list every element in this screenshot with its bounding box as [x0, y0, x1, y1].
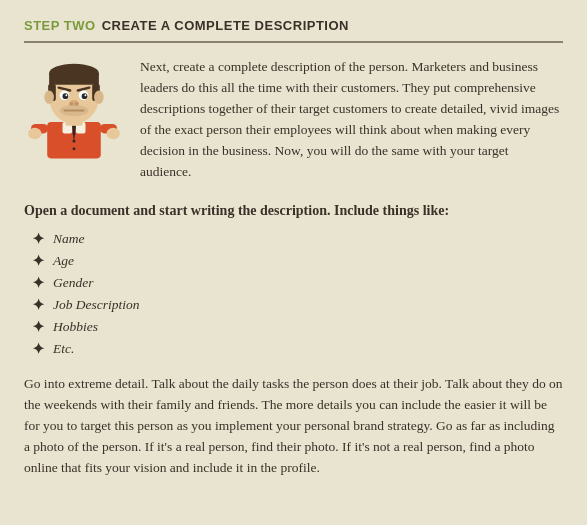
svg-point-24 — [60, 105, 89, 116]
svg-point-28 — [107, 128, 120, 139]
closing-text: Go into extreme detail. Talk about the d… — [24, 374, 563, 479]
list-item-label: Name — [53, 231, 85, 247]
svg-point-29 — [73, 132, 76, 135]
intro-section: Next, create a complete description of t… — [24, 57, 563, 183]
character-illustration — [24, 57, 124, 167]
bullet-icon: ✦ — [32, 318, 45, 336]
list-item: ✦ Name — [32, 230, 563, 248]
step-label: STEP TWO — [24, 18, 96, 33]
step-title: CREATE A COMPLETE DESCRIPTION — [102, 18, 349, 33]
bullet-icon: ✦ — [32, 230, 45, 248]
list-item: ✦ Gender — [32, 274, 563, 292]
list-item: ✦ Job Description — [32, 296, 563, 314]
list-item: ✦ Age — [32, 252, 563, 270]
list-item-label: Hobbies — [53, 319, 98, 335]
svg-point-17 — [82, 93, 88, 99]
svg-point-18 — [65, 94, 67, 96]
svg-point-30 — [73, 140, 76, 143]
svg-point-27 — [28, 128, 41, 139]
list-item: ✦ Hobbies — [32, 318, 563, 336]
svg-point-16 — [63, 93, 69, 99]
intro-text: Next, create a complete description of t… — [140, 57, 563, 183]
svg-rect-7 — [49, 73, 99, 84]
svg-point-10 — [44, 90, 54, 103]
step-header: STEP TWO CREATE A COMPLETE DESCRIPTION — [24, 18, 563, 43]
list-item-label: Etc. — [53, 341, 74, 357]
list-item: ✦ Etc. — [32, 340, 563, 358]
bullet-icon: ✦ — [32, 252, 45, 270]
svg-point-31 — [73, 147, 76, 150]
list-item-label: Gender — [53, 275, 94, 291]
page-container: STEP TWO CREATE A COMPLETE DESCRIPTION — [0, 0, 587, 525]
svg-point-11 — [94, 90, 104, 103]
bullet-list: ✦ Name ✦ Age ✦ Gender ✦ Job Description … — [24, 230, 563, 358]
list-item-label: Job Description — [53, 297, 140, 313]
bullet-icon: ✦ — [32, 296, 45, 314]
bullet-icon: ✦ — [32, 340, 45, 358]
bullet-icon: ✦ — [32, 274, 45, 292]
svg-point-19 — [85, 94, 87, 96]
list-header: Open a document and start writing the de… — [24, 201, 563, 221]
list-item-label: Age — [53, 253, 74, 269]
list-section: Open a document and start writing the de… — [24, 201, 563, 359]
